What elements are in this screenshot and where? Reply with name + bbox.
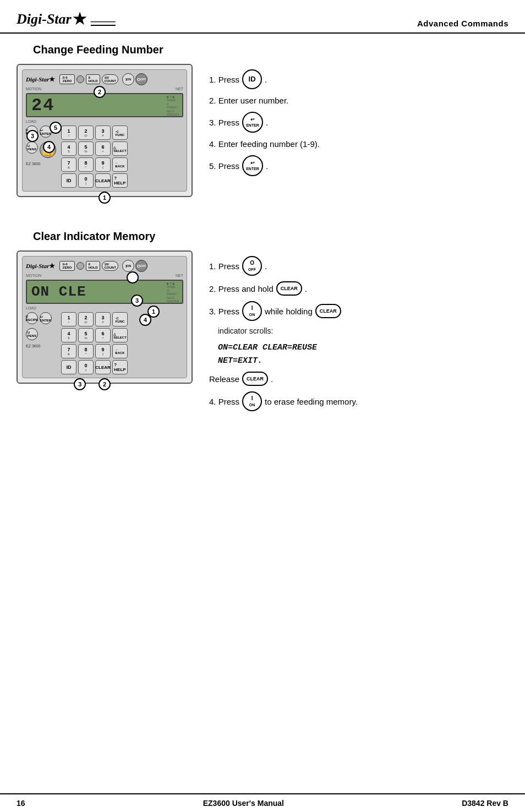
btn-enter-inline-2: ↩ENTER xyxy=(242,155,263,176)
key-5[interactable]: 5% xyxy=(78,141,94,156)
step1-2: 2. Enter user number. xyxy=(209,95,508,106)
step1-3-period: . xyxy=(266,117,268,128)
key-6[interactable]: 6^ xyxy=(95,141,111,156)
btn-off-1[interactable]: OOFF xyxy=(135,73,147,85)
key-7[interactable]: 7& xyxy=(61,157,76,172)
key-9[interactable]: 9( xyxy=(95,157,111,172)
footer-page-num: 16 xyxy=(17,799,25,808)
device-display-2: ON CLE ▶T◀TARE ≡PRINT NET/GROSS xyxy=(26,280,183,304)
step2-4-suffix: to erase feeding memory. xyxy=(265,396,358,407)
step1-4-text: 4. Enter feeding number (1-9). xyxy=(209,138,320,150)
key-4[interactable]: 4$ xyxy=(61,141,76,156)
key-back-2[interactable]: ←BACK xyxy=(112,344,128,358)
section2-instructions: 1. Press OOFF . 2. Press and hold CLEAR … xyxy=(209,250,508,411)
section-clear-memory: Clear Indicator Memory Digi-Star★ 0-0ZER… xyxy=(0,230,525,411)
key-6-2[interactable]: 6^ xyxy=(95,328,111,342)
release-period: . xyxy=(271,373,273,385)
step2-4: 4. Press ION to erase feeding memory. xyxy=(209,391,508,411)
step2-3-subtext: indicator scrolls: xyxy=(209,325,508,337)
key-id[interactable]: ID xyxy=(61,173,76,188)
btn-recipe-2[interactable]: URECIPE xyxy=(26,312,38,324)
key-1-2[interactable]: 1! xyxy=(61,312,76,326)
callout2-3b: 3 xyxy=(131,295,143,307)
step1-3-num: 3. Press xyxy=(209,117,239,128)
key-function-2[interactable]: ◁FUNC xyxy=(112,312,128,326)
key-3-2[interactable]: 3# xyxy=(95,312,111,326)
key-clear[interactable]: CLEAR xyxy=(95,173,111,188)
btn-id-inline: ID xyxy=(242,69,262,89)
callout2-4: 4 xyxy=(139,314,151,326)
key-4-2[interactable]: 4$ xyxy=(61,328,76,342)
callout-2: 2 xyxy=(94,86,106,98)
step2-1-period: . xyxy=(265,260,267,272)
btn-clear-inline-2: CLEAR xyxy=(315,304,341,318)
step2-2-period: . xyxy=(305,283,307,295)
page-header: Digi-Star★ _____ Advanced Commands xyxy=(0,0,525,34)
btn-10-2[interactable]: 10/COUNT xyxy=(102,261,118,271)
step1-1-num: 1. Press xyxy=(209,74,239,85)
step2-1: 1. Press OOFF . xyxy=(209,256,508,276)
btn-hold[interactable]: IIHOLD xyxy=(86,74,100,84)
step2-3-lcd: ON=CLEAR CLEAR=REUSENET=EXIT. xyxy=(209,341,508,367)
footer-doc-num: D3842 Rev B xyxy=(462,799,508,808)
key-0[interactable]: 0) xyxy=(78,173,94,188)
display-side-labels: ▶T◀TARE ≡PRINT NET/GROSS xyxy=(167,94,179,116)
btn-indicator xyxy=(76,75,84,83)
key-back[interactable]: ←BACK xyxy=(112,157,128,172)
key-8[interactable]: 8* xyxy=(78,157,94,172)
step1-1-period: . xyxy=(265,74,267,85)
btn-enter-inline-1: ↩ENTER xyxy=(242,112,263,133)
btn-on-inline-2: ION xyxy=(242,391,262,411)
step2-3: 3. Press ION while holding CLEAR xyxy=(209,301,508,321)
step2-4-text: 4. Press xyxy=(209,396,239,407)
key-3[interactable]: 3# xyxy=(95,126,111,140)
step1-5-period: . xyxy=(266,160,268,172)
key-9-2[interactable]: 9( xyxy=(95,344,111,358)
key-7-2[interactable]: 7& xyxy=(61,344,76,358)
btn-off-2[interactable]: OOFF xyxy=(135,260,147,272)
key-select-2[interactable]: △SELECT xyxy=(112,328,128,342)
btn-enter-left-2[interactable]: ↩ENTER xyxy=(40,312,52,324)
btn-on-inline: ION xyxy=(242,301,262,321)
btn-on-1[interactable]: ION xyxy=(122,73,134,85)
key-2-2[interactable]: 2@ xyxy=(78,312,94,326)
btn-clear-inline-3: CLEAR xyxy=(242,372,268,386)
callout-5: 5 xyxy=(50,122,62,134)
step1-4: 4. Enter feeding number (1-9). xyxy=(209,138,508,150)
key-select[interactable]: △SELECT xyxy=(112,141,128,156)
btn-off-inline: OOFF xyxy=(242,256,262,276)
btn-zero-2[interactable]: 0-0ZERO xyxy=(59,261,75,271)
key-5-2[interactable]: 5% xyxy=(78,328,94,342)
step1-5-num: 5. Press xyxy=(209,160,239,172)
btn-on-2[interactable]: ION xyxy=(122,260,134,272)
step2-2: 2. Press and hold CLEAR . xyxy=(209,281,508,296)
step2-1-text: 1. Press xyxy=(209,260,239,272)
btn-hold-2[interactable]: IIHOLD xyxy=(86,261,100,271)
section2-title: Clear Indicator Memory xyxy=(17,230,508,243)
device-logo-2: Digi-Star★ xyxy=(26,262,55,270)
btn-pens-2[interactable]: UPENS xyxy=(26,328,38,340)
step2-3-press: 3. Press xyxy=(209,306,239,317)
key-0-2[interactable]: 0) xyxy=(78,360,94,374)
btn-10[interactable]: 10/COUNT xyxy=(102,74,118,84)
step1-3: 3. Press ↩ENTER . xyxy=(209,112,508,133)
key-function[interactable]: ◁FUNC xyxy=(112,126,128,140)
step2-2-text: 2. Press and hold xyxy=(209,283,274,295)
step1-5: 5. Press ↩ENTER . xyxy=(209,155,508,176)
key-1[interactable]: 1! xyxy=(61,126,76,140)
btn-clear-inline-1: CLEAR xyxy=(276,281,302,296)
section1-title: Change Feeding Number xyxy=(17,43,508,56)
key-8-2[interactable]: 8* xyxy=(78,344,94,358)
callout2-1-top xyxy=(127,271,139,284)
logo-star: ★ xyxy=(73,10,86,28)
device-display-1: 24 ▶T◀TARE ≡PRINT NET/GROSS xyxy=(26,93,183,117)
key-help-2[interactable]: ?HELP xyxy=(112,360,128,374)
btn-pens[interactable]: UPENS xyxy=(26,141,38,154)
step2-3-block: 3. Press ION while holding CLEAR indicat… xyxy=(209,301,508,386)
key-id-2[interactable]: ID xyxy=(61,360,76,374)
key-help[interactable]: ?HELP xyxy=(112,173,128,188)
key-clear-2[interactable]: CLEAR xyxy=(95,360,111,374)
key-2[interactable]: 2@ xyxy=(78,126,94,140)
step1-2-text: 2. Enter user number. xyxy=(209,95,288,106)
btn-zero[interactable]: 0-0ZERO xyxy=(59,74,75,84)
